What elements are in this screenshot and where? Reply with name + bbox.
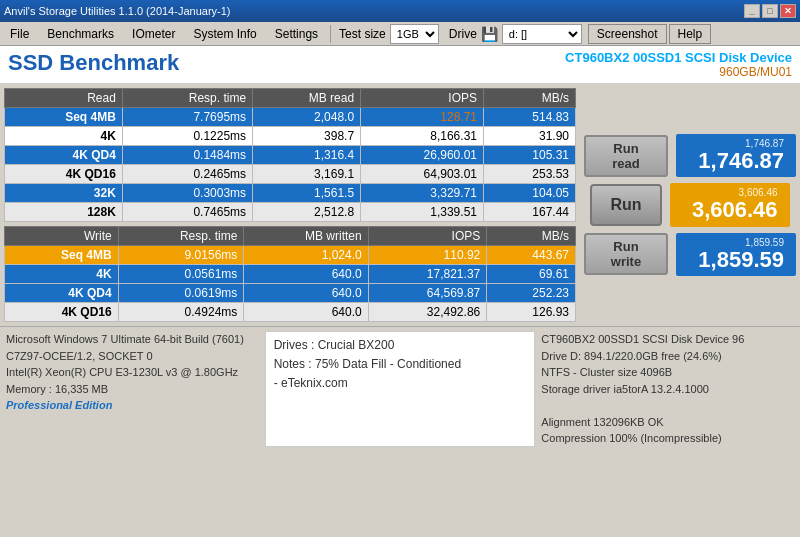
cell-mb: 1,561.5 bbox=[253, 184, 361, 203]
cell-label: 32K bbox=[5, 184, 123, 203]
drive-icon: 💾 bbox=[481, 26, 498, 42]
cell-iops: 64,569.87 bbox=[368, 284, 487, 303]
write-col-label: Write bbox=[5, 227, 119, 246]
table-row: 4K QD4 0.0619ms 640.0 64,569.87 252.23 bbox=[5, 284, 576, 303]
drive-info-panel: CT960BX2 00SSD1 SCSI Disk Device 96 Driv… bbox=[541, 331, 794, 447]
cell-resp: 0.4924ms bbox=[118, 303, 244, 322]
cell-iops: 64,903.01 bbox=[361, 165, 484, 184]
run-write-group: Run write 1,859.59 1,859.59 bbox=[584, 233, 796, 276]
drive-group: Drive 💾 d: [] bbox=[449, 24, 582, 44]
run-read-button[interactable]: Run read bbox=[584, 135, 668, 177]
cell-mb: 398.7 bbox=[253, 127, 361, 146]
write-col-mb: MB written bbox=[244, 227, 368, 246]
total-score-small: 3,606.46 bbox=[682, 187, 778, 198]
drive-line-2: Drive D: 894.1/220.0GB free (24.6%) bbox=[541, 348, 794, 365]
menu-system-info[interactable]: System Info bbox=[185, 23, 264, 45]
pro-edition-label: Professional Edition bbox=[6, 397, 259, 414]
table-row: 4K 0.0561ms 640.0 17,821.37 69.61 bbox=[5, 265, 576, 284]
test-size-label: Test size bbox=[339, 27, 386, 41]
run-read-group: Run read 1,746.87 1,746.87 bbox=[584, 134, 796, 177]
read-score-box: 1,746.87 1,746.87 bbox=[676, 134, 796, 177]
write-score-small: 1,859.59 bbox=[688, 237, 784, 248]
drive-line-7: Compression 100% (Incompressible) bbox=[541, 430, 794, 447]
cell-label: 4K bbox=[5, 265, 119, 284]
cell-mbs: 69.61 bbox=[487, 265, 576, 284]
menu-iometer[interactable]: IOmeter bbox=[124, 23, 183, 45]
run-read-row: Run read 1,746.87 1,746.87 bbox=[584, 134, 796, 177]
cell-label: 4K QD4 bbox=[5, 284, 119, 303]
menu-divider-1 bbox=[330, 25, 331, 43]
maximize-button[interactable]: □ bbox=[762, 4, 778, 18]
run-total-row: Run 3,606.46 3,606.46 bbox=[584, 183, 796, 226]
cell-mbs: 31.90 bbox=[483, 127, 575, 146]
bench-table-area: Read Resp. time MB read IOPS MB/s Seq 4M… bbox=[0, 84, 580, 326]
cell-mbs: 104.05 bbox=[483, 184, 575, 203]
cell-mbs: 253.53 bbox=[483, 165, 575, 184]
cell-label: Seq 4MB bbox=[5, 246, 119, 265]
table-row: Seq 4MB 7.7695ms 2,048.0 128.71 514.83 bbox=[5, 108, 576, 127]
screenshot-button[interactable]: Screenshot bbox=[588, 24, 667, 44]
title-bar: Anvil's Storage Utilities 1.1.0 (2014-Ja… bbox=[0, 0, 800, 22]
test-size-group: Test size 1GB bbox=[339, 24, 439, 44]
cell-iops: 17,821.37 bbox=[368, 265, 487, 284]
cell-resp: 0.0561ms bbox=[118, 265, 244, 284]
cell-iops: 26,960.01 bbox=[361, 146, 484, 165]
menu-benchmarks[interactable]: Benchmarks bbox=[39, 23, 122, 45]
table-row: 128K 0.7465ms 2,512.8 1,339.51 167.44 bbox=[5, 203, 576, 222]
cell-iops: 110.92 bbox=[368, 246, 487, 265]
drive-line-1: CT960BX2 00SSD1 SCSI Disk Device 96 bbox=[541, 331, 794, 348]
cell-mb: 1,316.4 bbox=[253, 146, 361, 165]
cell-mbs: 126.93 bbox=[487, 303, 576, 322]
table-row: 4K 0.1225ms 398.7 8,166.31 31.90 bbox=[5, 127, 576, 146]
title-bar-text: Anvil's Storage Utilities 1.1.0 (2014-Ja… bbox=[4, 5, 230, 17]
minimize-button[interactable]: _ bbox=[744, 4, 760, 18]
cell-iops: 8,166.31 bbox=[361, 127, 484, 146]
menu-settings[interactable]: Settings bbox=[267, 23, 326, 45]
drive-line-6: Alignment 132096KB OK bbox=[541, 414, 794, 431]
read-col-mbs: MB/s bbox=[483, 89, 575, 108]
table-row: Seq 4MB 9.0156ms 1,024.0 110.92 443.67 bbox=[5, 246, 576, 265]
cell-mb: 640.0 bbox=[244, 265, 368, 284]
notes-line-2: Notes : 75% Data Fill - Conditioned bbox=[274, 355, 527, 374]
run-button[interactable]: Run bbox=[590, 184, 661, 226]
device-name: CT960BX2 00SSD1 SCSI Disk Device bbox=[565, 50, 792, 65]
cell-resp: 9.0156ms bbox=[118, 246, 244, 265]
total-score-large: 3,606.46 bbox=[682, 198, 778, 222]
close-button[interactable]: ✕ bbox=[780, 4, 796, 18]
run-write-button[interactable]: Run write bbox=[584, 233, 668, 275]
help-button[interactable]: Help bbox=[669, 24, 712, 44]
cell-mb: 640.0 bbox=[244, 303, 368, 322]
run-total-group: Run 3,606.46 3,606.46 bbox=[584, 183, 796, 226]
cell-mb: 1,024.0 bbox=[244, 246, 368, 265]
table-row: 4K QD16 0.4924ms 640.0 32,492.86 126.93 bbox=[5, 303, 576, 322]
main-content: Read Resp. time MB read IOPS MB/s Seq 4M… bbox=[0, 84, 800, 326]
sys-line-2: C7Z97-OCEE/1.2, SOCKET 0 bbox=[6, 348, 259, 365]
test-size-select[interactable]: 1GB bbox=[390, 24, 439, 44]
menu-file[interactable]: File bbox=[2, 23, 37, 45]
cell-mbs: 167.44 bbox=[483, 203, 575, 222]
cell-mb: 3,169.1 bbox=[253, 165, 361, 184]
cell-label: 4K QD16 bbox=[5, 303, 119, 322]
ssd-header: SSD Benchmark CT960BX2 00SSD1 SCSI Disk … bbox=[0, 46, 800, 84]
cell-label: Seq 4MB bbox=[5, 108, 123, 127]
right-panel: Run read 1,746.87 1,746.87 Run 3,606.46 … bbox=[580, 84, 800, 326]
cell-label: 4K bbox=[5, 127, 123, 146]
cell-mb: 640.0 bbox=[244, 284, 368, 303]
cell-iops: 128.71 bbox=[361, 108, 484, 127]
notes-line-1: Drives : Crucial BX200 bbox=[274, 336, 527, 355]
menu-bar: File Benchmarks IOmeter System Info Sett… bbox=[0, 22, 800, 46]
bottom-bar: Microsoft Windows 7 Ultimate 64-bit Buil… bbox=[0, 326, 800, 451]
cell-iops: 1,339.51 bbox=[361, 203, 484, 222]
read-col-iops: IOPS bbox=[361, 89, 484, 108]
read-score-small: 1,746.87 bbox=[688, 138, 784, 149]
total-score-box: 3,606.46 3,606.46 bbox=[670, 183, 790, 226]
read-col-resp: Resp. time bbox=[122, 89, 252, 108]
write-score-large: 1,859.59 bbox=[688, 248, 784, 272]
drive-select[interactable]: d: [] bbox=[502, 24, 582, 44]
cell-mb: 2,048.0 bbox=[253, 108, 361, 127]
run-write-row: Run write 1,859.59 1,859.59 bbox=[584, 233, 796, 276]
cell-resp: 0.1484ms bbox=[122, 146, 252, 165]
ssd-title: SSD Benchmark bbox=[8, 50, 179, 76]
drive-line-3: NTFS - Cluster size 4096B bbox=[541, 364, 794, 381]
cell-resp: 0.2465ms bbox=[122, 165, 252, 184]
